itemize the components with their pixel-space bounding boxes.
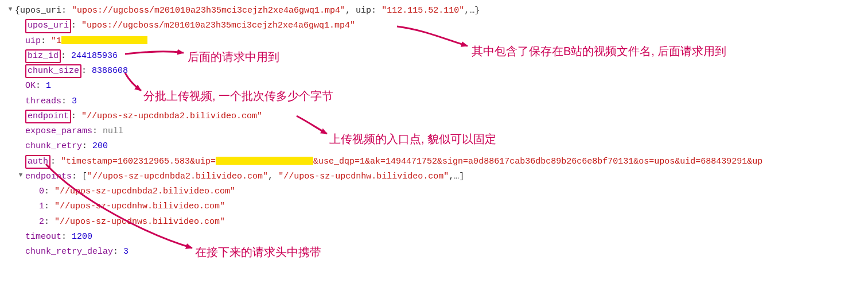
- redaction-uip: [61, 36, 147, 44]
- highlight-box-auth: auth: [25, 155, 50, 169]
- highlight-box-endpoint: endpoint: [25, 110, 71, 123]
- key-chunk-retry-delay: chunk_retry_delay: [25, 247, 113, 257]
- endpoints-val-1: "//upos-sz-upcdnhw.bilivideo.com": [55, 201, 225, 211]
- row-chunk-retry-delay[interactable]: chunk_retry_delay: 3: [5, 245, 863, 259]
- key-ok: OK: [25, 81, 36, 91]
- key-chunk-retry: chunk_retry: [25, 141, 82, 151]
- annotation-chunk-size: 分批上传视频, 一个批次传多少个字节: [143, 86, 333, 106]
- row-endpoints-0[interactable]: 0: "//upos-sz-upcdnbda2.bilivideo.com": [5, 184, 863, 199]
- colon: :: [71, 21, 81, 30]
- value-endpoint: "//upos-sz-upcdnbda2.bilivideo.com": [81, 111, 262, 121]
- highlight-box-upos-uri: upos_uri: [25, 19, 71, 33]
- row-ok[interactable]: OK: 1: [5, 79, 863, 94]
- value-auth-pre: "timestamp=1602312965.583&uip=: [61, 157, 216, 166]
- json-root-summary[interactable]: ▼{upos_uri: "upos://ugcboss/m201010a23h3…: [5, 3, 863, 18]
- row-threads[interactable]: threads: 3: [5, 94, 863, 109]
- summary-uip: "112.115.52.110": [382, 6, 464, 15]
- endpoints-bracket-open: [: [82, 172, 87, 181]
- summary-suffix: ,…}: [464, 6, 480, 15]
- endpoints-idx-1: 1: [39, 201, 44, 211]
- key-endpoints: endpoints: [25, 172, 72, 181]
- key-endpoint: endpoint: [28, 111, 69, 121]
- endpoints-val-0: "//upos-sz-upcdnbda2.bilivideo.com": [55, 187, 235, 196]
- annotation-auth: 在接下来的请求头中携带: [195, 242, 321, 262]
- endpoints-idx-0: 0: [39, 187, 44, 196]
- collapse-icon[interactable]: ▼: [17, 170, 24, 181]
- key-timeout: timeout: [25, 232, 61, 242]
- row-biz-id[interactable]: biz_id: 244185936: [5, 49, 863, 64]
- value-timeout: 1200: [72, 232, 92, 242]
- value-auth-post: &use_dqp=1&ak=1494471752&sign=a0d88617ca…: [313, 157, 762, 166]
- redaction-auth: [216, 157, 313, 165]
- key-expose-params: expose_params: [25, 126, 92, 136]
- value-chunk-retry-delay: 3: [123, 247, 129, 257]
- value-ok: 1: [46, 81, 51, 91]
- endpoints-summary-0: "//upos-sz-upcdnbda2.bilivideo.com": [87, 172, 268, 181]
- value-chunk-size: 8388608: [92, 66, 128, 76]
- row-endpoints[interactable]: ▼endpoints: ["//upos-sz-upcdnbda2.bilivi…: [5, 169, 863, 184]
- annotation-upos-uri: 其中包含了保存在B站的视频文件名, 后面请求用到: [472, 41, 726, 61]
- highlight-box-biz-id: biz_id: [25, 49, 61, 63]
- key-uip: uip: [25, 36, 41, 46]
- row-endpoint[interactable]: endpoint: "//upos-sz-upcdnbda2.bilivideo…: [5, 109, 863, 124]
- row-uip[interactable]: uip: "1: [5, 34, 863, 49]
- row-endpoints-2[interactable]: 2: "//upos-sz-upcdnws.bilivideo.com": [5, 215, 863, 230]
- key-auth: auth: [28, 157, 48, 166]
- key-biz-id: biz_id: [28, 51, 59, 61]
- annotation-endpoint: 上传视频的入口点, 貌似可以固定: [329, 129, 496, 149]
- endpoints-val-2: "//upos-sz-upcdnws.bilivideo.com": [55, 217, 225, 227]
- value-chunk-retry: 200: [92, 141, 108, 151]
- value-expose-params: null: [103, 126, 123, 136]
- endpoints-idx-2: 2: [39, 217, 44, 227]
- value-upos-uri: "upos://ugcboss/m201010a23h35mci3cejzh2x…: [81, 21, 355, 30]
- endpoints-suffix: ,…]: [449, 172, 464, 181]
- collapse-icon[interactable]: ▼: [7, 4, 14, 15]
- highlight-box-chunk-size: chunk_size: [25, 64, 81, 78]
- summary-mid: , uip:: [345, 6, 382, 15]
- value-biz-id: 244185936: [71, 51, 118, 61]
- row-auth[interactable]: auth: "timestamp=1602312965.583&uip=&use…: [5, 154, 863, 169]
- row-timeout[interactable]: timeout: 1200: [5, 230, 863, 245]
- annotation-biz-id: 后面的请求中用到: [188, 47, 279, 67]
- row-chunk-size[interactable]: chunk_size: 8388608: [5, 64, 863, 79]
- value-threads: 3: [72, 96, 77, 106]
- key-upos-uri: upos_uri: [28, 21, 69, 30]
- key-chunk-size: chunk_size: [28, 66, 79, 76]
- endpoints-summary-1: "//upos-sz-upcdnhw.bilivideo.com": [278, 172, 449, 181]
- summary-uposuri: "upos://ugcboss/m201010a23h35mci3cejzh2x…: [72, 6, 345, 15]
- row-endpoints-1[interactable]: 1: "//upos-sz-upcdnhw.bilivideo.com": [5, 199, 863, 214]
- row-upos-uri[interactable]: upos_uri: "upos://ugcboss/m201010a23h35m…: [5, 18, 863, 33]
- key-threads: threads: [25, 96, 61, 106]
- summary-prefix: {upos_uri:: [15, 6, 72, 15]
- value-uip-prefix: "1: [51, 36, 61, 46]
